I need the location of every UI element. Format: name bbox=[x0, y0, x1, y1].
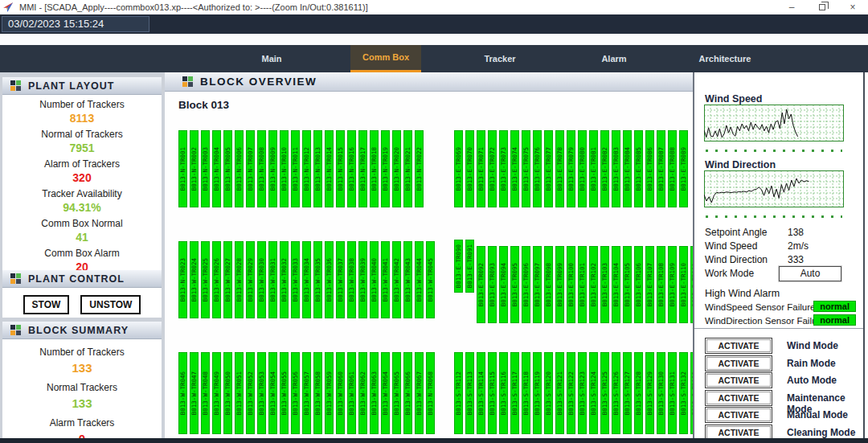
tracker-bar[interactable]: B013-W-TR064 bbox=[381, 352, 390, 434]
tracker-bar[interactable]: B013-N-TR001 bbox=[178, 130, 187, 207]
tracker-bar[interactable]: B013-N-TR020 bbox=[392, 130, 401, 207]
tracker-bar[interactable]: B013-E-TR084 bbox=[623, 130, 632, 207]
tracker-bar[interactable]: B013-S-TR119 bbox=[533, 352, 542, 434]
tracker-bar[interactable]: B013-S-TR130 bbox=[657, 352, 665, 434]
tracker-bar[interactable]: B013-N-TR002 bbox=[190, 130, 199, 207]
tracker-bar[interactable]: B013-E-TR069 bbox=[454, 130, 463, 207]
tracker-bar[interactable]: B013-W-TR052 bbox=[246, 352, 255, 434]
stow-button[interactable]: STOW bbox=[23, 295, 70, 314]
tracker-bar[interactable]: B013-S-TR115 bbox=[488, 352, 497, 434]
tracker-bar[interactable]: B013-E-TR083 bbox=[612, 130, 620, 207]
unstow-button[interactable]: UNSTOW bbox=[80, 295, 141, 314]
tracker-bar[interactable]: B013-N-TR022 bbox=[415, 130, 424, 207]
tracker-bar[interactable]: B013-S-TR131 bbox=[668, 352, 677, 434]
tab-architecture[interactable]: Architecture bbox=[690, 45, 760, 72]
tracker-bar[interactable]: B013-S-TR126 bbox=[612, 352, 620, 434]
tracker-bar[interactable]: B013-S-TR118 bbox=[522, 352, 530, 434]
tracker-bar[interactable]: B013-W-TR031 bbox=[268, 241, 277, 318]
tracker-bar[interactable]: B013-E-TR092 bbox=[477, 246, 485, 323]
tracker-bar[interactable]: B013-E-TR079 bbox=[567, 130, 575, 207]
tracker-bar[interactable]: B013-N-TR017 bbox=[358, 130, 367, 207]
tracker-bar[interactable]: B013-W-TR026 bbox=[212, 241, 221, 318]
tracker-bar[interactable]: B013-E-TR078 bbox=[555, 130, 564, 207]
tracker-bar[interactable]: B013-N-TR068 bbox=[426, 352, 435, 434]
tracker-bar[interactable]: B013-E-TR103 bbox=[600, 246, 609, 323]
tracker-bar[interactable]: B013-S-TR124 bbox=[589, 352, 598, 434]
tracker-bar[interactable]: B013-N-TR021 bbox=[403, 130, 412, 207]
tracker-bar[interactable]: B013-E-TR095 bbox=[510, 246, 519, 323]
tracker-bar[interactable]: B013-E-TR100 bbox=[567, 246, 575, 323]
tracker-bar[interactable]: B013-W-TR065 bbox=[392, 352, 401, 434]
tracker-bar[interactable]: B013-S-TR123 bbox=[578, 352, 587, 434]
tracker-bar[interactable]: B013-E-TR099 bbox=[555, 246, 564, 323]
tracker-bar[interactable]: B013-W-TR035 bbox=[313, 241, 322, 318]
tracker-bar[interactable]: B013-N-TR014 bbox=[325, 130, 334, 207]
tracker-bar[interactable]: B013-N-TR012 bbox=[302, 130, 311, 207]
tab-main[interactable]: Main bbox=[236, 45, 307, 72]
tracker-bar[interactable]: B013-E-TR086 bbox=[645, 130, 654, 207]
tracker-bar[interactable]: B013-E-TR070 bbox=[465, 130, 474, 207]
tracker-bar[interactable]: B013-W-TR066 bbox=[403, 352, 412, 434]
tracker-bar[interactable]: B013-E-TR094 bbox=[499, 246, 508, 323]
tracker-bar[interactable]: B013-W-TR028 bbox=[235, 241, 244, 318]
tracker-bar[interactable]: B013-W-TR055 bbox=[280, 352, 289, 434]
tracker-bar[interactable]: B013-N-TR023 bbox=[178, 241, 187, 318]
tracker-bar[interactable]: B013-W-TR056 bbox=[291, 352, 300, 434]
minimize-button[interactable]: – bbox=[776, 0, 807, 14]
tracker-bar[interactable]: B013-N-TR019 bbox=[381, 130, 390, 207]
tracker-bar[interactable]: B013-S-TR116 bbox=[499, 352, 508, 434]
tracker-bar[interactable]: B013-N-TR013 bbox=[313, 130, 322, 207]
tracker-bar[interactable]: B013-W-TR024 bbox=[190, 241, 199, 318]
tracker-bar[interactable]: B013-W-TR033 bbox=[291, 241, 300, 318]
tracker-bar[interactable]: B013-E-TR107 bbox=[645, 246, 654, 323]
tracker-bar[interactable]: B013-E-TR082 bbox=[600, 130, 609, 207]
tracker-bar[interactable]: B013-W-TR049 bbox=[212, 352, 221, 434]
tracker-bar[interactable]: B013-E-TR074 bbox=[510, 130, 519, 207]
tracker-bar[interactable]: B013-W-TR062 bbox=[358, 352, 367, 434]
activate-button-maintenance-mode[interactable]: ACTIVATE bbox=[705, 390, 772, 406]
tracker-bar[interactable]: B013-N-TR008 bbox=[257, 130, 266, 207]
tracker-bar[interactable]: B013-W-TR051 bbox=[235, 352, 244, 434]
tracker-bar[interactable]: B013-W-TR037 bbox=[336, 241, 345, 318]
tracker-bar[interactable]: B013-E-TR077 bbox=[544, 130, 553, 207]
tracker-bar[interactable]: B013-W-TR058 bbox=[313, 352, 322, 434]
tracker-bar[interactable]: B013-S-TR120 bbox=[544, 352, 553, 434]
tracker-bar[interactable]: B013-E-TR098 bbox=[544, 246, 553, 323]
tracker-bar[interactable]: B013-N-TR006 bbox=[235, 130, 244, 207]
tracker-bar[interactable]: B013-W-TR061 bbox=[347, 352, 356, 434]
tracker-bar[interactable]: B013-W-TR030 bbox=[257, 241, 266, 318]
tracker-bar[interactable]: B013-W-TR060 bbox=[336, 352, 345, 434]
activate-button-manual-mode[interactable]: ACTIVATE bbox=[705, 407, 772, 423]
tracker-bar[interactable]: B013-S-TR114 bbox=[477, 352, 485, 434]
tracker-bar[interactable]: B013-W-TR040 bbox=[370, 241, 379, 318]
tracker-bar[interactable]: B013-W-TR063 bbox=[370, 352, 379, 434]
tracker-bar[interactable]: B013-E-TR073 bbox=[499, 130, 508, 207]
tracker-bar[interactable]: B013-N-TR007 bbox=[246, 130, 255, 207]
tracker-bar[interactable]: B013-S-TR113 bbox=[465, 352, 474, 434]
tracker-bar[interactable]: B013-E-TR075 bbox=[522, 130, 530, 207]
tracker-bar[interactable]: B013-E-TR081 bbox=[589, 130, 598, 207]
tracker-bar[interactable]: B013-W-TR042 bbox=[392, 241, 401, 318]
tracker-bar[interactable]: B013-N-TR015 bbox=[336, 130, 345, 207]
tracker-bar[interactable]: B013-S-TR117 bbox=[510, 352, 519, 434]
tracker-bar[interactable]: B013-S-TR132 bbox=[679, 352, 688, 434]
tracker-bar[interactable]: B013-N-TR010 bbox=[280, 130, 289, 207]
tracker-bar[interactable]: B013-W-TR043 bbox=[403, 241, 412, 318]
tracker-bar[interactable]: B013-S-TR125 bbox=[600, 352, 609, 434]
tracker-bar[interactable]: B013-N-TR016 bbox=[347, 130, 356, 207]
tracker-bar[interactable]: B013-W-TR041 bbox=[381, 241, 390, 318]
close-button[interactable]: × bbox=[837, 0, 868, 14]
tracker-bar[interactable]: B013-N-TR004 bbox=[212, 130, 221, 207]
tracker-bar[interactable]: B013-S-TR112 bbox=[454, 352, 463, 434]
tracker-bar[interactable]: B013-E-TR110 bbox=[679, 246, 688, 323]
tracker-bar[interactable]: B013-E-TR071 bbox=[477, 130, 485, 207]
tracker-bar[interactable]: B013-W-TR046 bbox=[178, 352, 187, 434]
tracker-bar[interactable]: B013-N-TR018 bbox=[370, 130, 379, 207]
tab-alarm[interactable]: Alarm bbox=[579, 45, 649, 72]
tracker-bar[interactable]: B013-W-TR057 bbox=[302, 352, 311, 434]
tracker-bar[interactable]: B013-W-TR048 bbox=[201, 352, 210, 434]
restore-button[interactable] bbox=[807, 0, 837, 14]
tracker-bar[interactable]: B013-W-TR029 bbox=[246, 241, 255, 318]
tracker-bar[interactable]: B013-W-TR025 bbox=[201, 241, 210, 318]
tracker-bar[interactable]: B013-E-TR109 bbox=[668, 246, 677, 323]
